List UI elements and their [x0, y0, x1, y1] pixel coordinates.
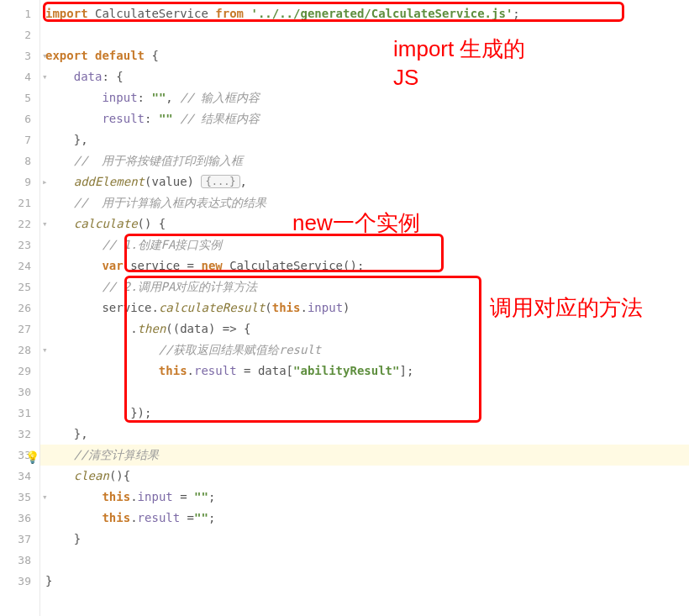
line-number[interactable]: 26	[0, 297, 39, 319]
line-number[interactable]: 30	[0, 382, 39, 403]
param: value	[151, 175, 187, 188]
property: input	[102, 91, 137, 104]
line-number-gutter: 1 2 3 4 5 6 7 8 9 21 22 23 24 25 26 27 2…	[0, 0, 40, 616]
punct: }	[74, 532, 81, 545]
code-line[interactable]: .then((data) => {	[40, 319, 689, 340]
punct: }	[45, 574, 52, 587]
identifier: data	[258, 364, 287, 377]
punct: {	[151, 49, 158, 62]
property: input	[308, 301, 343, 314]
code-line[interactable]: addElement(value) {...},	[40, 171, 689, 192]
identifier: service	[130, 259, 180, 272]
string: ""	[194, 490, 208, 503]
code-line[interactable]: this.result ="";	[40, 508, 689, 529]
line-number[interactable]: 36	[0, 508, 39, 529]
line-number[interactable]: 23	[0, 234, 39, 255]
line-number[interactable]: 31	[0, 403, 39, 424]
comment: //获取返回结果赋值给result	[159, 343, 321, 356]
identifier: CalculateService	[88, 7, 216, 20]
punct: },	[74, 133, 88, 146]
line-number[interactable]: 21	[0, 192, 39, 213]
param: data	[180, 322, 208, 335]
line-number[interactable]: 22	[0, 213, 39, 234]
code-line[interactable]: calculate() {	[40, 213, 689, 234]
line-number[interactable]: 38	[0, 550, 39, 571]
line-number[interactable]: 29	[0, 361, 39, 382]
code-line[interactable]: // 2.调用PA对应的计算方法	[40, 276, 689, 297]
string: "abilityResult"	[293, 364, 399, 377]
code-line[interactable]: this.input = "";	[40, 487, 689, 508]
code-line[interactable]: import CalculateService from '../../gene…	[40, 3, 689, 24]
punct: .	[300, 301, 307, 314]
punct: });	[130, 406, 151, 419]
keyword: default	[95, 49, 151, 62]
line-number[interactable]: 8	[0, 150, 39, 171]
punct: .	[130, 322, 137, 335]
code-line[interactable]	[40, 382, 689, 403]
method-name: addElement	[74, 175, 145, 188]
line-number[interactable]: 39	[0, 571, 39, 592]
string: ""	[159, 112, 173, 125]
comment: // 用于将按键值打印到输入框	[74, 154, 244, 167]
code-line[interactable]: }	[40, 529, 689, 550]
code-line[interactable]: });	[40, 403, 689, 424]
comment: // 用于计算输入框内表达式的结果	[74, 196, 267, 209]
comment: //清空计算结果	[74, 448, 159, 461]
line-number[interactable]: 25	[0, 276, 39, 297]
line-number[interactable]: 35	[0, 487, 39, 508]
comment: // 结果框内容	[173, 112, 260, 125]
keyword: new	[201, 259, 229, 272]
code-line[interactable]	[40, 550, 689, 571]
code-line[interactable]: // 用于将按键值打印到输入框	[40, 150, 689, 171]
property: input	[138, 490, 173, 503]
lightbulb-icon[interactable]: 💡	[25, 447, 39, 468]
line-number[interactable]: 37	[0, 529, 39, 550]
punct: :	[138, 91, 152, 104]
identifier: service	[102, 301, 151, 314]
code-line[interactable]: var service = new CalculateService();	[40, 255, 689, 276]
code-line[interactable]: },	[40, 129, 689, 150]
punct: ((	[166, 322, 180, 335]
line-number[interactable]: 34	[0, 466, 39, 487]
punct: .	[130, 490, 137, 503]
line-number[interactable]: 7	[0, 129, 39, 150]
code-area[interactable]: import CalculateService from '../../gene…	[40, 0, 689, 616]
line-number[interactable]: 5	[0, 87, 39, 108]
code-line[interactable]: },	[40, 424, 689, 445]
line-number[interactable]: 24	[0, 255, 39, 276]
property: result	[102, 112, 145, 125]
code-line[interactable]	[40, 24, 689, 45]
method-name: calculate	[74, 217, 138, 230]
folded-region[interactable]: {...}	[201, 175, 239, 188]
punct: =	[180, 259, 201, 272]
code-line[interactable]: }	[40, 571, 689, 592]
code-line[interactable]: //获取返回结果赋值给result	[40, 340, 689, 361]
property: result	[138, 511, 181, 524]
code-line[interactable]: result: "" // 结果框内容	[40, 108, 689, 129]
code-line-highlighted[interactable]: 💡 //清空计算结果	[40, 445, 689, 466]
line-number[interactable]: 6	[0, 108, 39, 129]
punct: : {	[102, 70, 123, 83]
line-number[interactable]: 28	[0, 340, 39, 361]
line-number[interactable]: 1	[0, 3, 39, 24]
line-number[interactable]: 9	[0, 171, 39, 192]
code-line[interactable]: input: "", // 输入框内容	[40, 87, 689, 108]
keyword: export	[45, 49, 95, 62]
line-number[interactable]: 4	[0, 66, 39, 87]
line-number[interactable]: 27	[0, 319, 39, 340]
line-number[interactable]: 2	[0, 24, 39, 45]
code-line[interactable]: export default {	[40, 45, 689, 66]
punct: },	[74, 427, 88, 440]
code-line[interactable]: // 1.创建FA接口实例	[40, 234, 689, 255]
line-number[interactable]: 3	[0, 45, 39, 66]
code-line[interactable]: // 用于计算输入框内表达式的结果	[40, 192, 689, 213]
code-line[interactable]: this.result = data["abilityResult"];	[40, 361, 689, 382]
code-line[interactable]: service.calculateResult(this.input)	[40, 297, 689, 319]
code-line[interactable]: data: {	[40, 66, 689, 87]
keyword: this	[102, 490, 130, 503]
punct: () {	[138, 217, 166, 230]
code-line[interactable]: clean(){	[40, 466, 689, 487]
string: '../../generated/CalculateService.js'	[250, 7, 513, 20]
punct: .	[151, 301, 158, 314]
line-number[interactable]: 32	[0, 424, 39, 445]
